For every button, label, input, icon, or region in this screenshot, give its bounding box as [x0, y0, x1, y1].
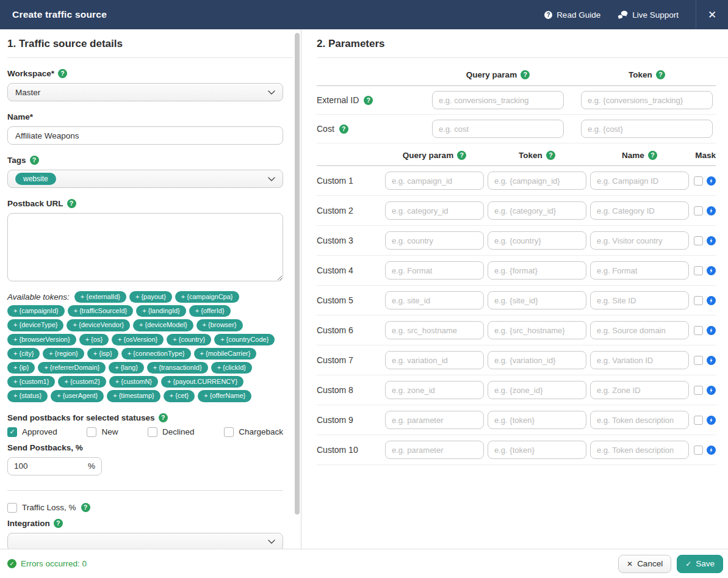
- status-checkbox-approved[interactable]: ✓ Approved: [7, 427, 57, 437]
- token-chip[interactable]: + {offerName}: [198, 390, 251, 402]
- mask-checkbox[interactable]: [694, 176, 703, 186]
- token-chip[interactable]: + {transactionId}: [147, 362, 208, 374]
- token-chip[interactable]: + {referrerDomain}: [38, 362, 106, 374]
- token-chip[interactable]: + {payout}: [129, 291, 172, 303]
- help-icon[interactable]: ?: [457, 151, 466, 160]
- mask-checkbox[interactable]: [694, 236, 703, 245]
- token-chip[interactable]: + {countryCode}: [214, 334, 275, 345]
- custom-query-param-input[interactable]: [385, 321, 484, 339]
- workspace-select[interactable]: Master: [7, 83, 283, 101]
- left-panel-scrollbar[interactable]: [295, 33, 300, 515]
- custom-query-param-input[interactable]: [385, 381, 484, 399]
- system-query-param-input[interactable]: [432, 91, 564, 109]
- custom-query-param-input[interactable]: [385, 172, 484, 190]
- token-chip[interactable]: + {custom1}: [7, 376, 55, 388]
- token-chip[interactable]: + {deviceModel}: [133, 319, 193, 331]
- mask-checkbox[interactable]: [694, 206, 703, 215]
- help-icon[interactable]: ?: [521, 70, 530, 79]
- custom-token-input[interactable]: [488, 261, 586, 280]
- bolt-icon[interactable]: [707, 176, 716, 186]
- help-icon[interactable]: ?: [648, 151, 657, 160]
- bolt-icon[interactable]: [707, 296, 716, 305]
- system-query-param-input[interactable]: [432, 120, 564, 138]
- status-checkbox-chargeback[interactable]: Chargeback: [224, 427, 283, 437]
- custom-token-input[interactable]: [488, 351, 586, 369]
- token-chip[interactable]: + {offerId}: [189, 305, 231, 317]
- custom-token-input[interactable]: [488, 231, 586, 250]
- token-chip[interactable]: + {mobileCarrier}: [194, 348, 257, 359]
- save-button[interactable]: ✓ Save: [677, 555, 723, 573]
- token-chip[interactable]: + {lang}: [109, 362, 144, 374]
- token-chip[interactable]: + {trafficSourceId}: [68, 305, 134, 317]
- bolt-icon[interactable]: [707, 446, 716, 455]
- custom-name-input[interactable]: [590, 351, 689, 369]
- token-chip[interactable]: + {ip}: [7, 362, 35, 374]
- help-icon[interactable]: ?: [656, 70, 665, 79]
- help-icon[interactable]: ?: [159, 413, 168, 422]
- bolt-icon[interactable]: [707, 266, 716, 275]
- help-icon[interactable]: ?: [339, 125, 348, 134]
- token-chip[interactable]: + {city}: [7, 348, 40, 359]
- live-support-link[interactable]: Live Support: [618, 10, 679, 20]
- custom-name-input[interactable]: [590, 381, 689, 399]
- postback-url-textarea[interactable]: [7, 213, 283, 281]
- custom-query-param-input[interactable]: [385, 351, 484, 369]
- system-token-input[interactable]: [581, 120, 713, 138]
- token-chip[interactable]: + {clickId}: [211, 362, 252, 374]
- token-chip[interactable]: + {cet}: [164, 390, 195, 402]
- mask-checkbox[interactable]: [694, 326, 703, 335]
- custom-query-param-input[interactable]: [385, 441, 484, 459]
- integration-select[interactable]: [7, 533, 283, 549]
- custom-name-input[interactable]: [590, 172, 689, 190]
- token-chip[interactable]: + {userAgent}: [51, 390, 104, 402]
- token-chip[interactable]: + {osVersion}: [112, 334, 164, 345]
- mask-checkbox[interactable]: [694, 446, 703, 455]
- custom-token-input[interactable]: [488, 381, 586, 399]
- cancel-button[interactable]: ✕ Cancel: [618, 555, 671, 573]
- custom-name-input[interactable]: [590, 411, 689, 429]
- help-icon[interactable]: ?: [30, 156, 39, 165]
- custom-token-input[interactable]: [488, 172, 586, 190]
- custom-name-input[interactable]: [590, 441, 689, 459]
- bolt-icon[interactable]: [707, 236, 716, 245]
- help-icon[interactable]: ?: [546, 151, 555, 160]
- token-chip[interactable]: + {customN}: [109, 376, 158, 388]
- read-guide-link[interactable]: ? Read Guide: [544, 10, 600, 20]
- bolt-icon[interactable]: [707, 386, 716, 395]
- custom-token-input[interactable]: [488, 201, 586, 220]
- custom-name-input[interactable]: [590, 201, 689, 220]
- token-chip[interactable]: + {campaignCpa}: [175, 291, 239, 303]
- token-chip[interactable]: + {region}: [43, 348, 84, 359]
- token-chip[interactable]: + {isp}: [87, 348, 118, 359]
- bolt-icon[interactable]: [707, 416, 716, 425]
- custom-query-param-input[interactable]: [385, 411, 484, 429]
- token-chip[interactable]: + {externalId}: [74, 291, 126, 303]
- token-chip[interactable]: + {deviceVendor}: [67, 319, 130, 331]
- close-button[interactable]: ✕: [696, 0, 728, 29]
- custom-token-input[interactable]: [488, 321, 586, 339]
- custom-query-param-input[interactable]: [385, 201, 484, 220]
- mask-checkbox[interactable]: [694, 356, 703, 365]
- tags-select[interactable]: website: [7, 170, 283, 188]
- token-chip[interactable]: + {connectionType}: [121, 348, 191, 359]
- token-chip[interactable]: + {browser}: [196, 319, 243, 331]
- traffic-loss-checkbox[interactable]: Traffic Loss, % ?: [7, 503, 283, 513]
- token-chip[interactable]: + {campaignId}: [7, 305, 65, 317]
- system-token-input[interactable]: [581, 91, 713, 109]
- custom-name-input[interactable]: [590, 231, 689, 250]
- status-checkbox-declined[interactable]: Declined: [148, 427, 195, 437]
- help-icon[interactable]: ?: [58, 69, 67, 78]
- help-icon[interactable]: ?: [364, 96, 373, 105]
- tag-chip-website[interactable]: website: [15, 173, 56, 185]
- custom-token-input[interactable]: [488, 441, 586, 459]
- status-checkbox-new[interactable]: New: [87, 427, 118, 437]
- help-icon[interactable]: ?: [81, 503, 90, 512]
- token-chip[interactable]: + {country}: [167, 334, 211, 345]
- token-chip[interactable]: + {os}: [79, 334, 109, 345]
- token-chip[interactable]: + {landingId}: [136, 305, 186, 317]
- custom-token-input[interactable]: [488, 411, 586, 429]
- custom-name-input[interactable]: [590, 291, 689, 309]
- help-icon[interactable]: ?: [67, 199, 76, 208]
- name-input[interactable]: [7, 126, 283, 145]
- token-chip[interactable]: + {browserVersion}: [7, 334, 76, 345]
